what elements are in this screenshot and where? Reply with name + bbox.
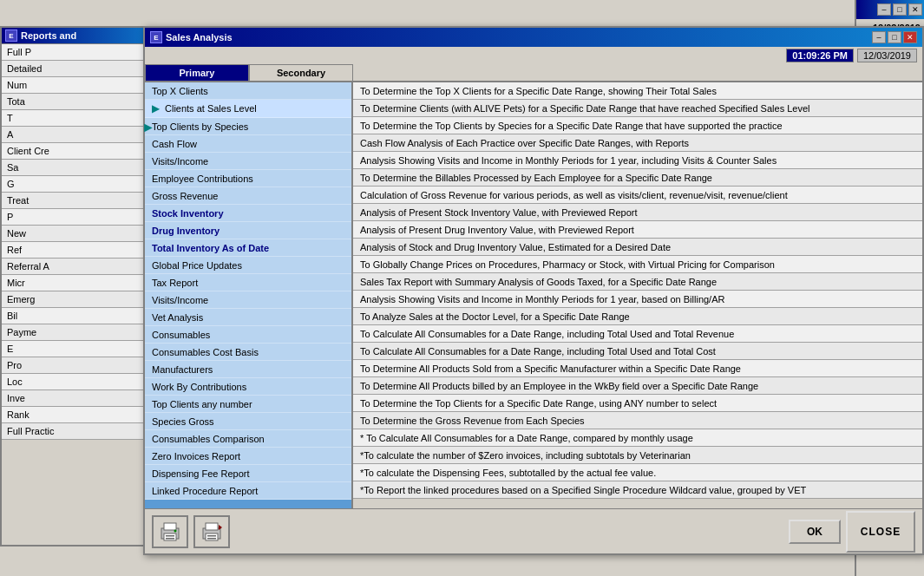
bg-window-title-text: Reports and <box>21 30 76 41</box>
secondary-item: To Determine the Gross Revenue from Each… <box>353 412 922 429</box>
primary-item[interactable]: Employee Contributions <box>145 170 351 187</box>
secondary-item: Analysis Showing Visits and Income in Mo… <box>353 291 922 308</box>
primary-item-label: Dispensing Fee Report <box>152 468 250 479</box>
secondary-panel: To Determine the Top X Clients for a Spe… <box>353 82 922 508</box>
primary-item[interactable]: Consumables Cost Basis <box>145 344 351 361</box>
window-close-button[interactable]: ✕ <box>903 31 917 43</box>
selection-arrow: ► <box>141 120 155 135</box>
primary-item-label: Tax Report <box>152 278 198 288</box>
selection-arrow-indicator: ▶ <box>152 102 160 115</box>
primary-item-label: Consumables Comparison <box>152 434 265 444</box>
primary-item[interactable]: Zero Invoices Report <box>145 448 351 465</box>
bottom-right-buttons: OK CLOSE <box>789 511 915 553</box>
secondary-item: To Determine Clients (with ALIVE Pets) f… <box>353 100 922 117</box>
primary-item[interactable]: Visits/Income <box>145 291 351 309</box>
secondary-item: *To calculate the number of $Zero invoic… <box>353 447 922 464</box>
secondary-item: To Determine the Billables Processed by … <box>353 169 922 187</box>
maximize-button[interactable]: □ <box>888 31 901 43</box>
primary-item[interactable]: Visits/Income <box>145 153 351 170</box>
primary-item-label: Gross Revenue <box>152 191 218 201</box>
outer-title-bar: – □ ✕ <box>856 0 924 19</box>
primary-item[interactable]: Consumables <box>145 326 351 344</box>
primary-item[interactable]: Cash Flow <box>145 135 351 153</box>
svg-rect-1 <box>164 523 176 530</box>
secondary-item: To Determine the Top X Clients for a Spe… <box>353 82 922 100</box>
primary-item-label: Cash Flow <box>152 139 197 149</box>
ok-button[interactable]: OK <box>789 520 841 544</box>
primary-item[interactable]: ▶Clients at Sales Level <box>145 100 351 118</box>
secondary-item: Cash Flow Analysis of Each Practice over… <box>353 134 922 152</box>
outer-maximize-btn[interactable]: □ <box>893 3 907 16</box>
title-bar: E Sales Analysis – □ ✕ <box>145 28 922 47</box>
dialog-icon: E <box>150 31 162 43</box>
primary-item-label: Consumables Cost Basis <box>152 347 259 357</box>
bg-window-icon: E <box>5 29 17 42</box>
primary-item[interactable]: Manufacturers <box>145 361 351 378</box>
tab-secondary[interactable]: Secondary <box>249 64 353 81</box>
primary-item-label: Clients at Sales Level <box>165 103 257 114</box>
primary-item-label: Drug Inventory <box>152 226 220 236</box>
svg-rect-3 <box>166 535 174 537</box>
dialog-title: Sales Analysis <box>166 32 233 43</box>
svg-rect-4 <box>166 538 174 540</box>
primary-item[interactable]: Species Gross <box>145 413 351 430</box>
primary-item-label: Consumables <box>152 330 210 340</box>
primary-item[interactable]: Vet Analysis <box>145 309 351 326</box>
primary-item[interactable]: Top Clients by Species <box>145 118 351 135</box>
primary-item-label: Stock Inventory <box>152 208 224 219</box>
outer-minimize-btn[interactable]: – <box>877 3 891 16</box>
close-action-button[interactable]: CLOSE <box>846 511 915 553</box>
datetime-bar: 01:09:26 PM 12/03/2019 <box>145 47 922 64</box>
minimize-button[interactable]: – <box>872 31 886 43</box>
primary-item[interactable]: Drug Inventory <box>145 222 351 239</box>
primary-item[interactable]: Work By Contributions <box>145 378 351 396</box>
printer-button[interactable] <box>152 515 188 548</box>
svg-rect-2 <box>164 533 176 540</box>
outer-close-btn[interactable]: ✕ <box>908 3 922 16</box>
primary-item[interactable]: Total Inventory As of Date <box>145 239 351 257</box>
primary-item[interactable]: Stock Inventory <box>145 205 351 222</box>
primary-item-label: Vet Analysis <box>152 312 203 323</box>
secondary-item: * To Calculate All Consumables for a Dat… <box>353 429 922 447</box>
secondary-item: To Determine the Top Clients by Species … <box>353 117 922 134</box>
secondary-item: Analysis of Stock and Drug Inventory Val… <box>353 239 922 256</box>
primary-item-label: Manufacturers <box>152 364 213 375</box>
secondary-item: *To Report the linked procedures based o… <box>353 481 922 499</box>
secondary-item: To Determine All Products Sold from a Sp… <box>353 360 922 377</box>
printer-icon <box>158 520 182 544</box>
bottom-bar: OK CLOSE <box>145 508 922 553</box>
secondary-item: Analysis of Present Stock Inventory Valu… <box>353 204 922 221</box>
primary-item[interactable]: Dispensing Fee Report <box>145 465 351 482</box>
primary-item-label: Species Gross <box>152 416 214 427</box>
svg-point-5 <box>174 529 177 532</box>
secondary-item: Sales Tax Report with Summary Analysis o… <box>353 273 922 291</box>
export-button[interactable] <box>193 515 230 548</box>
secondary-item: Analysis of Present Drug Inventory Value… <box>353 221 922 239</box>
primary-item[interactable]: Top X Clients <box>145 82 351 100</box>
primary-item-label: Top Clients by Species <box>152 121 248 132</box>
primary-item[interactable]: Gross Revenue <box>145 187 351 205</box>
primary-item[interactable]: Consumables Comparison <box>145 430 351 448</box>
primary-item-label: Top X Clients <box>152 86 208 96</box>
date-display: 12/03/2019 <box>857 49 917 62</box>
secondary-item: Analysis Showing Visits and Income in Mo… <box>353 152 922 169</box>
primary-item[interactable]: Top Clients any number <box>145 396 351 413</box>
secondary-item: To Determine the Top Clients for a Speci… <box>353 395 922 412</box>
time-display: 01:09:26 PM <box>786 49 854 62</box>
secondary-item: Calculation of Gross Revenue for various… <box>353 187 922 204</box>
secondary-item: *To calculate the Dispensing Fees, subto… <box>353 464 922 481</box>
primary-item[interactable]: Tax Report <box>145 274 351 291</box>
primary-panel: Top X Clients▶Clients at Sales LevelTop … <box>145 82 353 508</box>
primary-item-label: Total Inventory As of Date <box>152 243 269 253</box>
tab-primary[interactable]: Primary <box>145 64 249 81</box>
secondary-item: To Determine All Products billed by an E… <box>353 377 922 395</box>
secondary-item: To Calculate All Consumables for a Date … <box>353 343 922 360</box>
primary-item-label: Work By Contributions <box>152 382 246 392</box>
primary-item[interactable]: Linked Procedure Report <box>145 482 351 500</box>
primary-item-label: Global Price Updates <box>152 260 242 271</box>
svg-rect-8 <box>206 533 218 540</box>
primary-item-label: Employee Contributions <box>152 173 253 184</box>
primary-item[interactable]: Global Price Updates <box>145 257 351 274</box>
content-area: Top X Clients▶Clients at Sales LevelTop … <box>145 81 922 508</box>
primary-item-label: Linked Procedure Report <box>152 486 258 496</box>
